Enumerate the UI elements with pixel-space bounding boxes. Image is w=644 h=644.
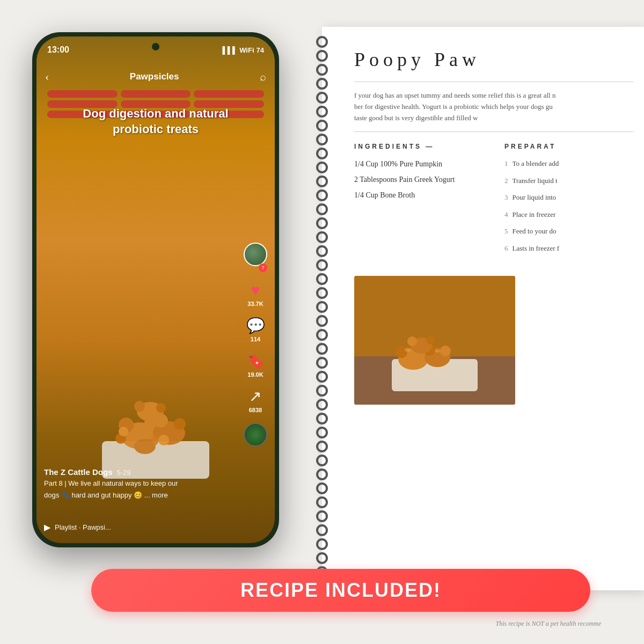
share-count: 6838 (249, 407, 262, 413)
playlist-title: Pawpsicles (130, 71, 179, 82)
bookmark-button[interactable]: 🔖 19.0K (246, 352, 265, 378)
desc-line3: taste good but is very digestible and fi… (354, 113, 633, 124)
spiral-ring (316, 469, 328, 480)
phone-screen: 13:00 ▌▌▌ WiFi 74 ‹ Pawpsicles ⌕ Dog dig… (36, 36, 275, 543)
spiral-ring (316, 329, 328, 341)
prep-step-3: 3 Pour liquid into (504, 192, 633, 203)
search-icon[interactable]: ⌕ (260, 71, 266, 83)
preparation-header: PREPARAT (504, 143, 633, 150)
comment-button[interactable]: 💬 114 (246, 317, 265, 342)
spiral-ring (316, 524, 328, 536)
phone-container: 13:00 ▌▌▌ WiFi 74 ‹ Pawpsicles ⌕ Dog dig… (32, 32, 301, 580)
treat-image (75, 328, 236, 489)
creator-name[interactable]: The Z Cattle Dogs (44, 467, 113, 477)
step-text-6: Lasts in freezer f (513, 243, 560, 254)
spiral-ring (316, 203, 328, 215)
spiral-ring (316, 399, 328, 411)
desc-line1: f your dog has an upset tummy and needs … (354, 90, 633, 101)
prep-step-1: 1 To a blender add (504, 158, 633, 169)
disclaimer-text: This recipe is NOT a pet health recomme (495, 620, 601, 628)
cta-text: RECIPE INCLUDED! (240, 579, 441, 602)
svg-point-28 (435, 349, 440, 353)
video-description-line2: dogs 🐾 hard and gut happy 😊 ... more (44, 491, 232, 500)
creator-avatar-item: 7 (244, 243, 267, 272)
notebook-content: Poopy Paw f your dog has an upset tummy … (354, 43, 633, 580)
spiral-ring (316, 482, 328, 494)
spiral-ring (316, 315, 328, 327)
svg-point-9 (134, 401, 145, 412)
spiral-ring (316, 371, 328, 383)
spiral-ring (316, 357, 328, 369)
follow-badge[interactable]: 7 (259, 264, 267, 272)
recipe-sections: INGREDIENTS — 1/4 Cup 100% Pure Pumpkin … (354, 143, 633, 260)
cta-banner: RECIPE INCLUDED! (91, 569, 590, 612)
like-count: 33.7K (247, 301, 263, 307)
spiral-ring (316, 385, 328, 397)
svg-point-10 (156, 403, 166, 413)
wifi-icon: WiFi (239, 46, 254, 54)
spiral-ring (316, 343, 328, 355)
prep-step-6: 6 Lasts in freezer f (504, 243, 633, 254)
music-avatar (244, 423, 267, 447)
spiral-ring (316, 273, 328, 285)
creator-avatar[interactable] (244, 243, 267, 266)
step-num-3: 3 (504, 192, 508, 203)
spiral-ring (316, 134, 328, 145)
svg-point-7 (174, 418, 186, 430)
preparation-section: PREPARAT 1 To a blender add 2 Transfer l… (504, 143, 633, 260)
notebook-container: Poopy Paw f your dog has an upset tummy … (301, 27, 644, 590)
spiral-ring (316, 92, 328, 104)
spiral-ring (316, 189, 328, 201)
ingredients-section: INGREDIENTS — 1/4 Cup 100% Pure Pumpkin … (354, 143, 483, 260)
spiral-binding (311, 27, 333, 590)
spiral-ring (316, 106, 328, 118)
svg-point-19 (396, 346, 407, 358)
svg-point-11 (119, 427, 128, 436)
spiral-ring (316, 245, 328, 257)
content-divider (354, 131, 633, 132)
step-text-5: Feed to your do (513, 226, 557, 237)
battery-icon: 74 (257, 46, 264, 54)
back-button[interactable]: ‹ (45, 70, 49, 84)
svg-point-26 (426, 336, 435, 345)
spiral-ring (316, 175, 328, 187)
video-description-line1: Part 8 | We live all natural ways to kee… (44, 479, 232, 488)
prep-step-4: 4 Place in freezer (504, 209, 633, 220)
video-title-overlay: Dog digestion and natural probiotic trea… (36, 106, 275, 137)
share-button[interactable]: ↗ 6838 (249, 387, 262, 413)
spiral-ring (316, 259, 328, 271)
step-num-2: 2 (504, 175, 508, 186)
step-num-4: 4 (504, 209, 508, 220)
recipe-image (354, 276, 515, 405)
tiktok-nav-bar: ‹ Pawpsicles ⌕ (36, 63, 275, 90)
spiral-ring (316, 427, 328, 438)
step-num-6: 6 (504, 243, 508, 254)
step-num-1: 1 (504, 158, 508, 169)
title-divider (354, 82, 633, 82)
ingredients-header: INGREDIENTS — (354, 143, 483, 150)
ingredient-1: 1/4 Cup 100% Pure Pumpkin (354, 158, 483, 170)
video-title-line2: probiotic treats (47, 122, 264, 137)
step-text-2: Transfer liquid t (513, 175, 558, 186)
camera-notch (152, 43, 159, 50)
ingredient-3: 1/4 Cup Bone Broth (354, 189, 483, 201)
phone-device: 13:00 ▌▌▌ WiFi 74 ‹ Pawpsicles ⌕ Dog dig… (32, 32, 279, 547)
engagement-panel: 7 ♥ 33.7K 💬 114 🔖 19.0K ↗ 6838 (244, 243, 267, 447)
svg-point-25 (407, 336, 417, 346)
spiral-ring (316, 148, 328, 159)
spiral-ring (316, 162, 328, 173)
status-time: 13:00 (47, 45, 69, 55)
signal-icon: ▌▌▌ (223, 46, 238, 54)
comment-count: 114 (251, 336, 260, 342)
playlist-label: Playlist · Pawpsi... (55, 523, 111, 531)
like-button[interactable]: ♥ 33.7K (247, 282, 263, 307)
svg-point-23 (440, 346, 451, 356)
spiral-ring (316, 78, 328, 90)
spiral-ring (316, 287, 328, 299)
spiral-ring (316, 217, 328, 229)
step-num-5: 5 (504, 226, 508, 237)
recipe-description: f your dog has an upset tummy and needs … (354, 90, 633, 123)
prep-step-2: 2 Transfer liquid t (504, 175, 633, 186)
playlist-bar: ▶ Playlist · Pawpsi... (44, 522, 267, 532)
spiral-ring (316, 496, 328, 508)
